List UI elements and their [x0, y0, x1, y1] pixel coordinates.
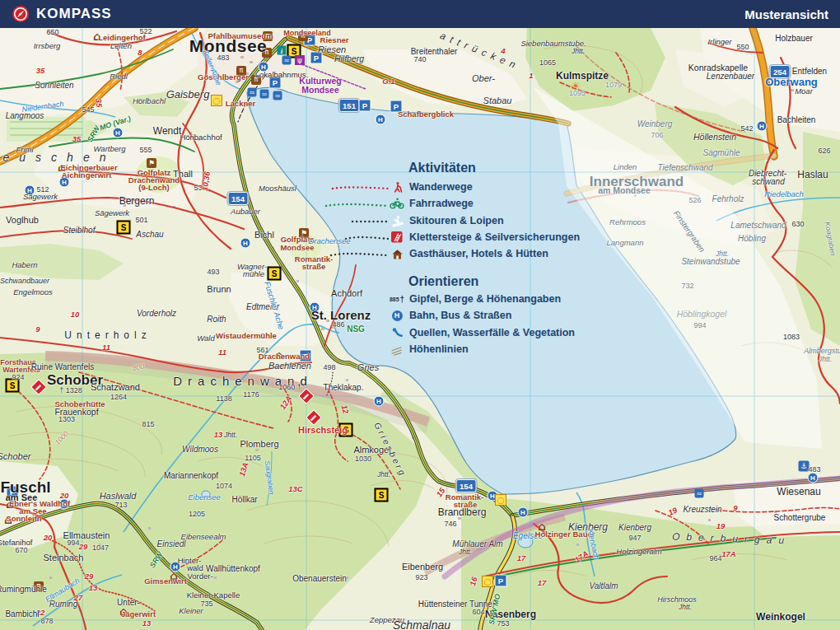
page-title: Musteransicht — [744, 7, 828, 21]
kompass-compass-icon — [12, 5, 30, 23]
brand-name: KOMPASS — [36, 6, 112, 22]
map-viewport[interactable]: 151154154254PPPPPPPPSSSSSSHHHHHHHHHHHHHH… — [0, 0, 840, 630]
map-canvas — [0, 0, 840, 630]
eibensee-pond — [202, 491, 210, 497]
top-bar: KOMPASS Musteransicht — [0, 0, 840, 28]
kompass-logo[interactable]: KOMPASS — [12, 5, 112, 23]
